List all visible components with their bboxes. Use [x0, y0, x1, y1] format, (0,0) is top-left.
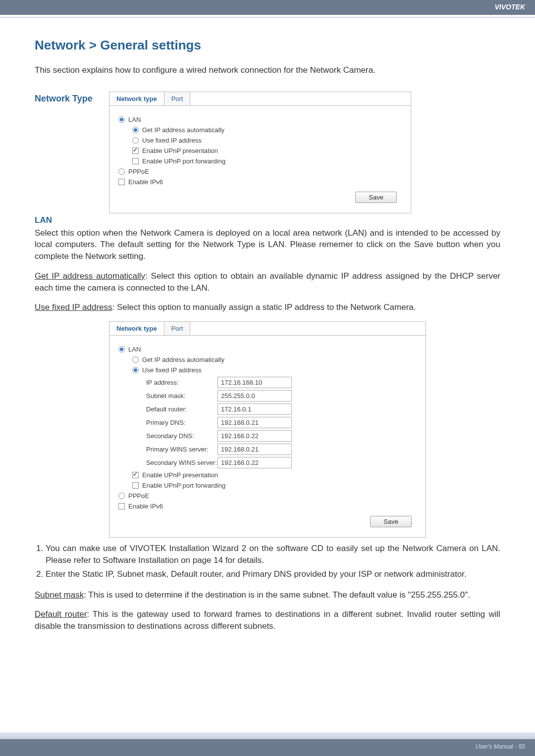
subnet-mask-paragraph: Subnet mask: This is used to determine i… [35, 589, 500, 601]
network-panel-2: Network type Port LAN Get IP address aut… [109, 321, 426, 538]
primary-wins-input[interactable]: 192.168.0.21 [217, 444, 292, 455]
checkbox-upnp-port-forwarding[interactable] [132, 158, 139, 164]
checkbox-upnp-presentation[interactable] [132, 148, 139, 154]
ipv6-label-2: Enable IPv6 [128, 503, 163, 510]
save-button[interactable]: Save [355, 192, 397, 203]
footer-gradient [0, 732, 535, 739]
notes-list: You can make use of VIVOTEK Installation… [35, 543, 500, 580]
secondary-dns-label: Secondary DNS: [118, 432, 217, 440]
upnp-port-forwarding-label-2: Enable UPnP port forwarding [142, 482, 225, 489]
network-type-heading: Network Type [35, 92, 109, 104]
pppoe-label: PPPoE [128, 168, 149, 175]
secondary-wins-input[interactable]: 192.168.0.22 [217, 457, 292, 468]
radio-pppoe[interactable] [118, 168, 125, 175]
get-ip-auto-label: Get IP address automatically [142, 126, 224, 134]
secondary-dns-input[interactable]: 192.168.0.22 [217, 430, 292, 442]
subnet-mask-input[interactable]: 255.255.0.0 [217, 390, 292, 402]
pppoe-label-2: PPPoE [128, 492, 149, 500]
tab-port[interactable]: Port [164, 92, 191, 105]
radio-lan-2[interactable] [118, 346, 125, 353]
radio-get-ip-auto-2[interactable] [132, 356, 139, 363]
ip-address-input[interactable]: 172.16.168.10 [217, 377, 292, 388]
use-fixed-paragraph: Use fixed IP address: Select this option… [35, 302, 500, 313]
tab-port-2[interactable]: Port [164, 322, 191, 335]
secondary-wins-label: Secondary WINS server: [118, 459, 217, 466]
primary-dns-label: Primary DNS: [118, 419, 217, 426]
checkbox-ipv6[interactable] [118, 179, 125, 185]
upnp-presentation-label-2: Enable UPnP presentation [142, 471, 218, 479]
default-router-label: Default router: [118, 405, 217, 413]
radio-lan[interactable] [118, 116, 125, 123]
tab-network-type-2[interactable]: Network type [109, 322, 164, 335]
checkbox-ipv6-2[interactable] [118, 503, 125, 509]
primary-wins-label: Primary WINS server: [118, 446, 217, 453]
tab-network-type[interactable]: Network type [109, 92, 164, 105]
checkbox-upnp-presentation-2[interactable] [132, 472, 139, 478]
default-router-input[interactable]: 172.16.0.1 [217, 403, 292, 415]
get-ip-auto-label-2: Get IP address automatically [142, 356, 224, 363]
ip-address-label: IP address: [118, 379, 217, 386]
save-button-2[interactable]: Save [370, 516, 412, 527]
get-ip-paragraph: Get IP address automatically: Select thi… [35, 270, 500, 294]
subnet-mask-label: Subnet mask: [118, 392, 217, 400]
note-1: You can make use of VIVOTEK Installation… [46, 543, 500, 566]
checkbox-upnp-port-forwarding-2[interactable] [132, 482, 139, 489]
ipv6-label: Enable IPv6 [128, 178, 163, 186]
brand-label: VIVOTEK [495, 3, 525, 11]
upnp-port-forwarding-label: Enable UPnP port forwarding [142, 157, 225, 165]
radio-use-fixed-ip-2[interactable] [132, 367, 139, 373]
use-fixed-ip-label-2: Use fixed IP address [142, 366, 202, 374]
primary-dns-input[interactable]: 192.168.0.21 [217, 417, 292, 428]
default-router-paragraph: Default router: This is the gateway used… [35, 608, 500, 632]
lan-paragraph: Select this option when the Network Came… [35, 227, 500, 262]
use-fixed-ip-label: Use fixed IP address [142, 137, 202, 144]
intro-text: This section explains how to configure a… [35, 64, 500, 77]
lan-label-2: LAN [128, 346, 141, 353]
lan-section-heading: LAN [35, 215, 500, 225]
radio-get-ip-auto[interactable] [132, 127, 139, 133]
network-panel-1: Network type Port LAN Get IP address aut… [109, 92, 411, 213]
lan-label: LAN [128, 116, 141, 123]
page-title: Network > General settings [35, 38, 500, 53]
note-2: Enter the Static IP, Subnet mask, Defaul… [46, 568, 500, 580]
upnp-presentation-label: Enable UPnP presentation [142, 147, 218, 154]
radio-pppoe-2[interactable] [118, 493, 125, 499]
page-number: User's Manual - 55 [476, 743, 525, 750]
radio-use-fixed-ip[interactable] [132, 137, 139, 144]
